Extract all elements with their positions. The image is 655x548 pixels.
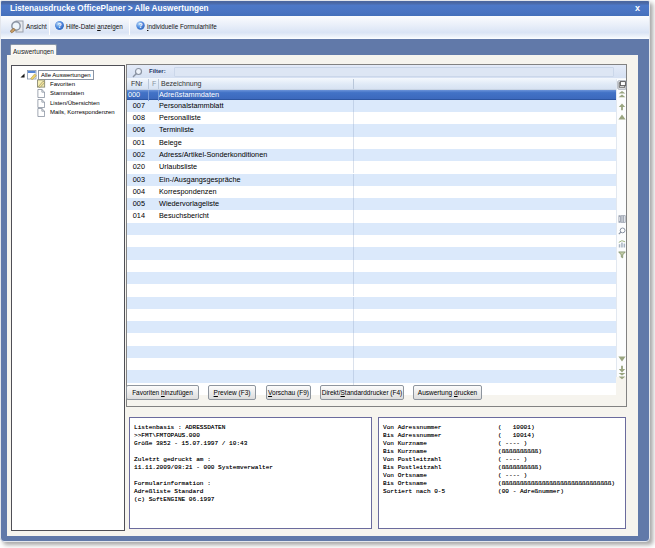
svg-text:?: ? xyxy=(138,22,142,29)
svg-text:?: ? xyxy=(57,22,61,29)
